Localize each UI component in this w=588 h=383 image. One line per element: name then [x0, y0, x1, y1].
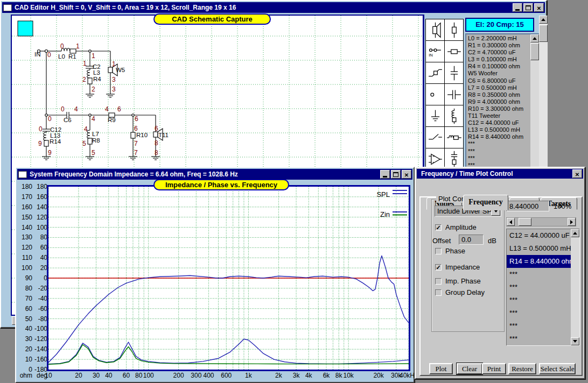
system-menu-icon[interactable] — [3, 4, 12, 11]
node-number: 4 — [105, 105, 109, 113]
minimize-button[interactable] — [380, 170, 390, 179]
inductor-resistor-vertical-icon — [445, 106, 463, 126]
plot-titlebar[interactable]: System Frequency Domain Impedance = 6.64… — [17, 169, 412, 180]
component-list-item[interactable]: T11 Tweeter — [468, 112, 530, 119]
listbox-item[interactable]: *** — [507, 268, 571, 281]
cad-titlebar[interactable]: CAD Editor H_Shift = 0, V_Shift = 0, Are… — [2, 2, 545, 13]
close-button[interactable] — [402, 170, 411, 179]
component-value-field[interactable]: 8.440000 — [506, 201, 549, 211]
palette-cell-capacitor-vertical[interactable] — [445, 62, 463, 83]
arrow-down-icon — [573, 340, 577, 343]
node-number: 7 — [134, 140, 138, 147]
node-number: 1 — [92, 52, 95, 60]
component-list-item[interactable]: W5 Woofer — [468, 70, 530, 77]
maximize-icon — [393, 172, 398, 177]
checkbox-box[interactable] — [435, 278, 442, 285]
palette-cell-ground[interactable] — [426, 105, 444, 126]
checkbox-group-delay[interactable]: Group Delay — [435, 288, 485, 296]
checkbox-amplitude[interactable]: ✓Amplitude — [435, 223, 477, 231]
listbox-item[interactable]: *** — [507, 332, 571, 345]
chart-area[interactable]: SPLZin — [47, 185, 410, 371]
palette-cell-resistor-vertical[interactable] — [445, 19, 463, 40]
palette-cell-input-terminal[interactable]: IN — [426, 41, 444, 62]
checkbox-phase[interactable]: Phase — [435, 247, 465, 255]
component-select-list[interactable]: C12 = 44.00000 uFL13 = 0.500000 mHR14 = … — [506, 229, 580, 346]
maximize-button[interactable] — [523, 3, 533, 12]
palette-cell-inductor-resistor-vertical[interactable] — [445, 105, 463, 126]
component-list-scrollbar[interactable] — [530, 34, 539, 167]
select-scale-button[interactable]: Select Scale — [539, 363, 576, 374]
listbox-item[interactable]: C12 = 44.00000 uF — [507, 229, 571, 242]
print-button[interactable]: Print — [482, 363, 506, 374]
tab-frequency[interactable]: Frequency — [463, 195, 508, 210]
checkbox-box[interactable] — [435, 248, 442, 254]
component-label: IN — [34, 51, 41, 58]
restore-button[interactable]: Restore — [508, 363, 536, 374]
minimize-button[interactable] — [513, 3, 522, 12]
palette-cell-capacitor-horizontal[interactable] — [445, 84, 463, 105]
checkbox-imp-phase[interactable]: Imp. Phase — [435, 277, 481, 285]
component-list-item[interactable]: R8 = 0.350000 ohm — [468, 91, 530, 98]
scroll-down-button[interactable] — [571, 337, 579, 345]
ohm-tick: 40 — [19, 325, 32, 332]
maximize-button[interactable] — [391, 170, 401, 179]
component-list-item[interactable]: L3 = 0.100000 mH — [468, 56, 530, 63]
checkbox-box[interactable]: ✓ — [435, 224, 442, 231]
palette-cell-resistor-horizontal[interactable] — [445, 41, 463, 62]
component-list-item[interactable]: C6 = 6.800000 uF — [468, 77, 530, 84]
component-list-item[interactable]: L0 = 2.200000 mH — [468, 35, 530, 42]
value-slider[interactable] — [506, 217, 576, 226]
component-label: C6 — [64, 117, 72, 123]
node-number: 4 — [92, 115, 95, 123]
listbox-item[interactable]: *** — [507, 281, 571, 294]
ohm-tick: 160 — [19, 203, 32, 211]
palette-cell-node[interactable] — [426, 84, 444, 105]
scrollbar-thumb[interactable] — [539, 25, 548, 42]
control-titlebar[interactable]: Frequency / Time Plot Control — [417, 169, 583, 179]
listbox-scrollbar[interactable] — [571, 229, 579, 345]
scroll-up-button[interactable] — [530, 34, 539, 42]
close-button[interactable] — [534, 3, 544, 12]
plot-button[interactable]: Plot — [429, 363, 453, 374]
node-number: 0 — [39, 125, 43, 133]
listbox-item[interactable]: *** — [507, 320, 571, 332]
listbox-item[interactable]: *** — [507, 307, 571, 320]
component-list-item[interactable]: C2 = 4.700000 uF — [468, 49, 530, 56]
close-button[interactable] — [572, 169, 582, 178]
component-list-item[interactable]: *** — [468, 140, 530, 147]
checkbox-impedance[interactable]: ✓Impedance — [435, 263, 480, 271]
component-list-item[interactable]: *** — [468, 155, 530, 162]
component-list-item[interactable]: R14 = 8.440000 ohm — [468, 133, 530, 140]
checkbox-box[interactable]: ✓ — [435, 264, 442, 271]
system-menu-icon[interactable] — [18, 171, 27, 178]
clear-button[interactable]: Clear — [457, 363, 482, 374]
listbox-item[interactable]: L13 = 0.500000 mH — [507, 242, 571, 255]
component-list[interactable]: L0 = 2.200000 mHR1 = 0.300000 ohmC2 = 4.… — [465, 33, 540, 168]
checkbox-box[interactable] — [435, 289, 442, 296]
palette-cell-inductor-resistor-horizontal[interactable] — [445, 127, 463, 148]
component-list-item[interactable]: C12 = 44.00000 uF — [468, 119, 530, 126]
component-list-item[interactable]: R4 = 0.100000 ohm — [468, 63, 530, 70]
component-list-item[interactable]: R10 = 3.300000 ohm — [468, 105, 530, 112]
scrollbar-thumb[interactable] — [530, 43, 539, 60]
palette-cell-variable-resistor[interactable] — [426, 62, 444, 83]
selection-swatch[interactable] — [18, 21, 33, 36]
component-list-item[interactable]: R1 = 0.300000 ohm — [468, 42, 530, 49]
slider-thumb[interactable] — [519, 218, 531, 226]
component-list-item[interactable]: *** — [468, 162, 530, 167]
scroll-up-button[interactable] — [539, 16, 548, 24]
slider-right-button[interactable] — [568, 218, 576, 226]
component-list-item[interactable]: L13 = 0.500000 mH — [468, 126, 530, 133]
palette-cell-speaker[interactable] — [426, 19, 444, 40]
component-list-item[interactable]: R9 = 4.000000 ohm — [468, 98, 530, 105]
listbox-item[interactable]: R14 = 8.440000 ohm — [507, 255, 571, 268]
palette-cell-switch[interactable] — [426, 127, 444, 148]
desktop: { "colors":{ "window_face":"#aecbe0","co… — [0, 0, 588, 383]
node-number: 9 — [48, 149, 52, 157]
slider-left-button[interactable] — [507, 218, 515, 226]
offset-input[interactable]: 0.0 — [459, 235, 484, 245]
component-list-item[interactable]: L7 = 0.500000 mH — [468, 84, 530, 91]
listbox-item[interactable]: *** — [507, 294, 571, 307]
component-list-item[interactable]: *** — [468, 148, 530, 155]
scroll-up-button[interactable] — [571, 229, 579, 237]
